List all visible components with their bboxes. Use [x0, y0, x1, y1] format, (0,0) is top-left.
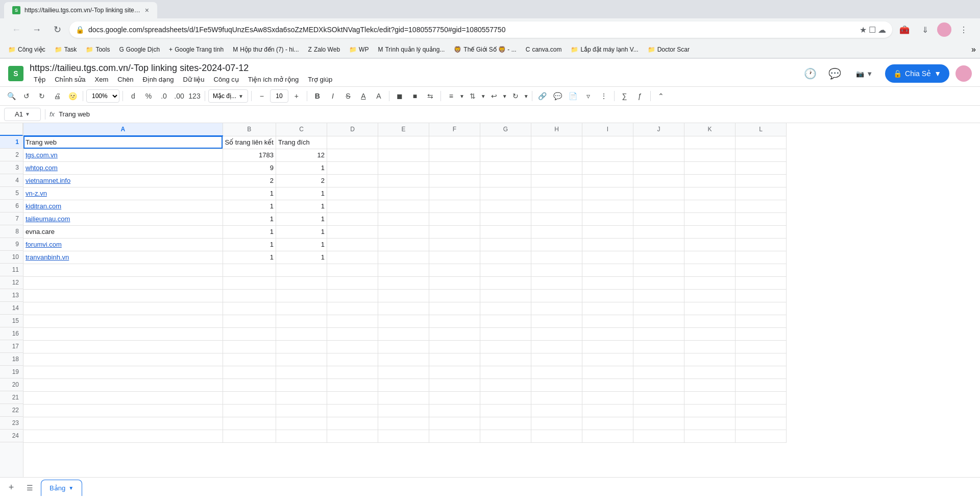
reload-button[interactable]: ↻ [49, 21, 65, 38]
user-avatar[interactable] [955, 65, 972, 82]
cell-d6[interactable] [327, 200, 378, 212]
bookmark-googledich[interactable]: G Google Dịch [115, 43, 164, 56]
cell-e2[interactable] [378, 149, 429, 161]
italic-button[interactable]: I [326, 89, 340, 103]
col-header-f[interactable]: F [429, 123, 480, 136]
cell-i8[interactable] [582, 225, 633, 238]
cell-l1[interactable] [736, 136, 787, 149]
menu-tep[interactable]: Tệp [30, 75, 50, 84]
row-number-14[interactable]: 14 [0, 302, 23, 315]
cell-a10[interactable]: tranvanbinh.vn [23, 251, 223, 264]
cell-k5[interactable] [684, 187, 736, 200]
cell-h7[interactable] [531, 212, 582, 225]
row-number-17[interactable]: 17 [0, 340, 23, 353]
cell-c6[interactable]: 1 [276, 200, 327, 212]
cell-d8[interactable] [327, 225, 378, 238]
font-size-input[interactable] [270, 89, 288, 103]
cell-h9[interactable] [531, 238, 582, 251]
cell-b3[interactable]: 9 [223, 161, 276, 174]
cell-i7[interactable] [582, 212, 633, 225]
valign-button[interactable]: ⇅ [465, 89, 480, 103]
cell-b1[interactable]: Số trang liên kết [223, 136, 276, 149]
zoom-select[interactable]: 100% [86, 89, 119, 103]
cell-g8[interactable] [480, 225, 531, 238]
strikethrough-button[interactable]: S [341, 89, 355, 103]
cell-c10[interactable]: 1 [276, 251, 327, 264]
download-button[interactable]: ⇓ [917, 21, 933, 38]
chart-button[interactable]: 📄 [566, 89, 580, 103]
menu-troGiup[interactable]: Trợ giúp [304, 75, 336, 84]
cell-c1[interactable]: Trang đích [276, 136, 327, 149]
cell-l10[interactable] [736, 251, 787, 264]
cell-k10[interactable] [684, 251, 736, 264]
link-button[interactable]: 🔗 [535, 89, 550, 103]
row-number-8[interactable]: 8 [0, 225, 23, 238]
currency-button[interactable]: d [126, 89, 140, 103]
cell-a5[interactable]: vn-z.vn [23, 187, 223, 200]
cell-b10[interactable]: 1 [223, 251, 276, 264]
cell-f5[interactable] [429, 187, 480, 200]
cell-h3[interactable] [531, 161, 582, 174]
cell-l7[interactable] [736, 212, 787, 225]
cell-e6[interactable] [378, 200, 429, 212]
decrease-decimal-button[interactable]: .0 [157, 89, 171, 103]
col-header-d[interactable]: D [327, 123, 378, 136]
row-number-12[interactable]: 12 [0, 276, 23, 289]
undo-button[interactable]: ↺ [19, 89, 34, 103]
cell-g10[interactable] [480, 251, 531, 264]
cell-e5[interactable] [378, 187, 429, 200]
row-number-3[interactable]: 3 [0, 161, 23, 174]
row-number-9[interactable]: 9 [0, 238, 23, 251]
cell-a9[interactable]: forumvi.com [23, 238, 223, 251]
share-button[interactable]: 🔒 Chia Sẻ ▼ [885, 64, 949, 83]
print-button[interactable]: 🖨 [50, 89, 64, 103]
cell-i9[interactable] [582, 238, 633, 251]
menu-chinhsua[interactable]: Chỉnh sửa [51, 75, 89, 84]
cell-e8[interactable] [378, 225, 429, 238]
cell-h4[interactable] [531, 174, 582, 187]
cell-h8[interactable] [531, 225, 582, 238]
bookmark-thegioi[interactable]: 🦁 Thế Giới Số 🦁 - ... [450, 43, 520, 56]
cell-a8[interactable]: evna.care [23, 225, 223, 238]
row-number-10[interactable]: 10 [0, 251, 23, 264]
grid-area[interactable]: A B C D E F G H I J K L [23, 123, 980, 477]
cell-b6[interactable]: 1 [223, 200, 276, 212]
col-header-c[interactable]: C [276, 123, 327, 136]
cell-a3[interactable]: whtop.com [23, 161, 223, 174]
cell-f3[interactable] [429, 161, 480, 174]
sum-button[interactable]: ∑ [618, 89, 632, 103]
merge-cells-button[interactable]: ⇆ [423, 89, 437, 103]
cell-d10[interactable] [327, 251, 378, 264]
formula-input[interactable]: Trang web [59, 110, 976, 118]
cell-g4[interactable] [480, 174, 531, 187]
cell-e4[interactable] [378, 174, 429, 187]
version-history-button[interactable]: 🕐 [801, 64, 819, 83]
bookmark-doctorscar[interactable]: 📁 Doctor Scar [644, 43, 694, 56]
bookmark-task[interactable]: 📁 Task [51, 43, 81, 56]
sync-icon[interactable]: ☁ [878, 25, 886, 35]
tab-close-icon[interactable]: × [145, 6, 149, 14]
cell-j3[interactable] [633, 161, 684, 174]
menu-tienIch[interactable]: Tiện ích mở rộng [244, 75, 303, 84]
cell-l8[interactable] [736, 225, 787, 238]
bookmark-zalo[interactable]: Z Zalo Web [304, 43, 344, 56]
row-number-11[interactable]: 11 [0, 264, 23, 276]
col-header-e[interactable]: E [378, 123, 429, 136]
halign-button[interactable]: ≡ [444, 89, 458, 103]
cell-b5[interactable]: 1 [223, 187, 276, 200]
search-toolbar-button[interactable]: 🔍 [4, 89, 18, 103]
cell-d3[interactable] [327, 161, 378, 174]
cell-k9[interactable] [684, 238, 736, 251]
bookmarks-more-icon[interactable]: » [971, 45, 976, 54]
cell-l3[interactable] [736, 161, 787, 174]
cell-f7[interactable] [429, 212, 480, 225]
cell-h10[interactable] [531, 251, 582, 264]
menu-button[interactable]: ⋮ [955, 21, 972, 38]
redo-button[interactable]: ↻ [35, 89, 49, 103]
rotate-button[interactable]: ↻ [508, 89, 523, 103]
cell-f10[interactable] [429, 251, 480, 264]
cell-a2[interactable]: tgs.com.vn [23, 149, 223, 161]
cell-c7[interactable]: 1 [276, 212, 327, 225]
cell-e10[interactable] [378, 251, 429, 264]
cell-e1[interactable] [378, 136, 429, 149]
